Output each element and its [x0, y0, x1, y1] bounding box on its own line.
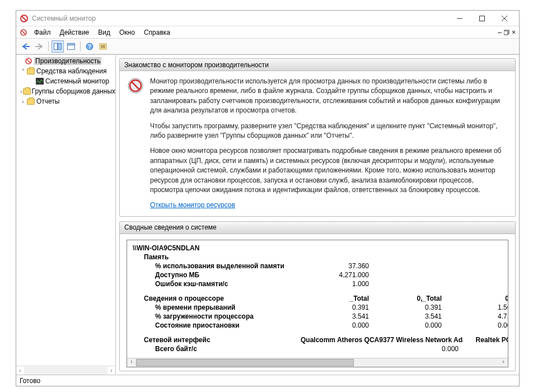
app-window: Системный монитор Файл Действие Вид Окно… [16, 10, 520, 386]
app-icon-small [20, 29, 27, 36]
tree-item-system-monitor[interactable]: Системный монитор [16, 76, 115, 86]
mem-label: Память [133, 253, 301, 261]
summary-body: \\WIN-OIA9C5NDLAN Память % использования… [127, 240, 508, 367]
summary-header: Сводные сведения о системе [120, 222, 515, 234]
nav-forward-button[interactable] [33, 40, 45, 53]
menu-file[interactable]: Файл [31, 27, 54, 38]
mdi-close[interactable]: × [512, 29, 516, 36]
table-row: % времени прерываний0.3910.3911.562 [133, 303, 502, 312]
toolbar: ? [16, 39, 519, 54]
intro-p2: Чтобы запустить программу, разверните уз… [150, 122, 508, 141]
svg-text:?: ? [88, 44, 91, 50]
mdi-restore[interactable] [504, 30, 509, 35]
toolbar-properties-button[interactable] [65, 40, 77, 53]
nav-back-button[interactable] [20, 40, 32, 53]
svg-rect-24 [36, 78, 44, 85]
tree-hscrollbar[interactable]: ‹› [16, 366, 115, 375]
mdi-minimize[interactable]: – [498, 29, 502, 36]
table-row: % загруженности процессора3.5413.5414.71… [133, 312, 502, 321]
chart-icon [35, 77, 44, 86]
intro-p1: Монитор производительности используется … [150, 77, 508, 116]
intro-p3: Новое окно монитора ресурсов позволяет п… [150, 146, 508, 195]
table-row: Состояние приостановки0.0000.0000.000 [133, 321, 502, 330]
svg-line-23 [27, 59, 30, 63]
svg-line-1 [22, 16, 26, 21]
open-resource-monitor-link[interactable]: Открыть монитор ресурсов [150, 201, 235, 209]
table-row: % использования выделенной памяти37.360 [133, 262, 502, 270]
summary-panel: Сводные сведения о системе \\WIN-OIA9C5N… [119, 221, 516, 371]
toolbar-panes-button[interactable] [52, 40, 64, 53]
table-row: Доступно МБ4,271.000 [133, 270, 502, 279]
main-panel: Знакомство с монитором производительност… [116, 55, 519, 375]
statusbar: Готово [16, 375, 519, 386]
maximize-button[interactable] [471, 12, 493, 25]
expand-toggle[interactable]: › [20, 99, 26, 105]
minimize-button[interactable] [448, 12, 471, 25]
svg-rect-12 [54, 43, 58, 49]
tree-root[interactable]: Производительность [16, 56, 115, 66]
summary-hscrollbar[interactable]: ‹› [127, 358, 508, 367]
table-row: Сведения о процессоре_Total0,_Total0,0 [133, 294, 502, 303]
menu-view[interactable]: Вид [95, 27, 114, 38]
host-name: \\WIN-OIA9C5NDLAN [133, 244, 301, 252]
menu-help[interactable]: Справка [141, 27, 174, 38]
perfmon-large-icon [127, 77, 144, 95]
tree-root-label: Производительность [34, 57, 101, 65]
intro-header: Знакомство с монитором производительност… [120, 59, 515, 71]
status-text: Готово [20, 377, 40, 385]
tree-item-monitoring-tools[interactable]: ˅ Средства наблюдения [16, 66, 115, 76]
table-row: Сетевой интерфейсQualcomm Atheros QCA937… [133, 335, 502, 344]
svg-rect-15 [68, 43, 75, 45]
intro-panel: Знакомство с монитором производительност… [119, 58, 516, 217]
navigation-tree[interactable]: Производительность ˅ Средства наблюдения… [16, 55, 116, 375]
content-area: Производительность ˅ Средства наблюдения… [16, 54, 519, 375]
svg-line-7 [22, 31, 25, 34]
perfmon-icon [24, 57, 33, 66]
svg-rect-9 [504, 31, 508, 35]
close-button[interactable] [493, 12, 516, 25]
menu-action[interactable]: Действие [57, 27, 93, 38]
window-title: Системный монитор [32, 15, 448, 22]
svg-rect-13 [58, 43, 62, 49]
outer-titlebar: Системный монитор [16, 11, 519, 26]
tree-item-collectors[interactable]: › Группы сборщиков данных [16, 86, 115, 96]
tree-item-reports[interactable]: › Отчеты [16, 96, 115, 106]
expand-toggle[interactable]: ˅ [20, 68, 26, 74]
menu-window[interactable]: Окно [116, 27, 138, 38]
toolbar-help-button[interactable]: ? [83, 40, 96, 53]
app-icon [20, 14, 29, 23]
table-row: Ошибок кэш-памяти/с1.000 [133, 279, 502, 288]
toolbar-refresh-button[interactable] [97, 40, 109, 53]
table-row: Всего байт/с0.000 [133, 344, 502, 353]
svg-rect-3 [480, 16, 485, 21]
menubar: Файл Действие Вид Окно Справка – × [16, 26, 519, 39]
